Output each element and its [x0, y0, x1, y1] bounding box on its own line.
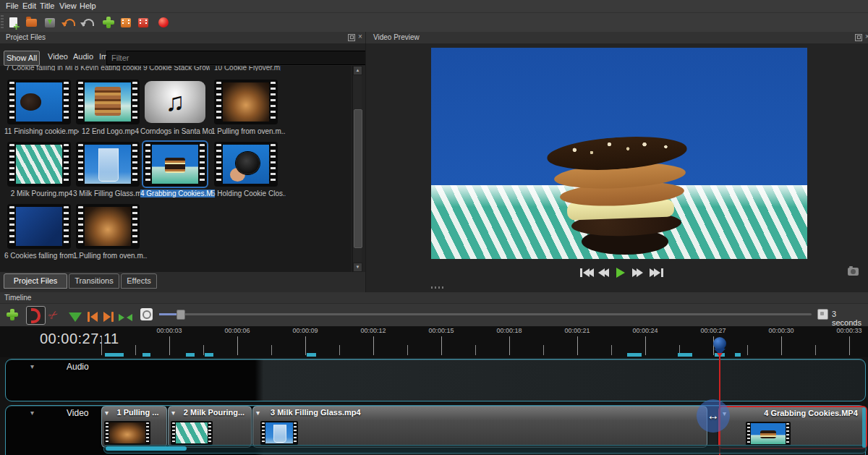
chevron-down-icon[interactable]: ▾: [30, 409, 34, 417]
choose-profile-icon[interactable]: [119, 15, 133, 30]
ruler-label: 00:00:33: [827, 327, 868, 334]
file-name: 1 Pulling from oven.m...: [73, 252, 148, 260]
clip-label: 3 Milk Filling Glass.mp4: [253, 408, 707, 417]
video-thumbnail: [85, 82, 131, 122]
menu-title[interactable]: Title: [40, 1, 54, 10]
next-marker-icon[interactable]: [101, 310, 116, 324]
zoom-slider-handle[interactable]: [176, 310, 185, 320]
timeline-zoom-slider[interactable]: [159, 313, 812, 315]
video-thumbnail: [223, 145, 269, 184]
play-button[interactable]: [616, 267, 625, 278]
toolbar-grip[interactable]: [1, 15, 4, 30]
menu-help[interactable]: Help: [80, 1, 96, 10]
save-project-icon[interactable]: [43, 15, 57, 30]
add-marker-icon[interactable]: [68, 310, 82, 324]
menu-edit[interactable]: Edit: [22, 1, 36, 10]
clip-resize-cursor[interactable]: ↔: [697, 399, 730, 433]
fast-forward-button[interactable]: [632, 267, 643, 278]
tab-show-all[interactable]: Show All: [4, 51, 40, 66]
tab-audio[interactable]: Audio: [73, 52, 93, 61]
new-project-icon[interactable]: [6, 15, 20, 30]
video-thumbnail: [85, 207, 131, 246]
timeline-vscrollbar[interactable]: [862, 407, 866, 448]
filter-input[interactable]: [106, 51, 368, 65]
file-name: 3 Milk Filling Glass.mp4: [73, 190, 148, 197]
hscrollbar-thumb[interactable]: [106, 446, 187, 451]
clip-1[interactable]: ▾ 1 Pulling ...: [101, 406, 167, 448]
zoom-scale-combobox[interactable]: [817, 309, 828, 320]
undo-icon[interactable]: [62, 15, 77, 30]
ruler-label: 00:00:09: [284, 327, 327, 334]
file-item[interactable]: 11 Finishing cookie.mp4: [7, 80, 76, 136]
ruler-label: 00:00:27: [692, 327, 735, 334]
preview-splitter-handle[interactable]: [431, 286, 446, 289]
snapshot-camera-icon[interactable]: [848, 268, 859, 276]
timeline-hscrollbar[interactable]: [103, 445, 867, 454]
open-project-icon[interactable]: [24, 15, 38, 30]
file-name: 6 Cookies falling from ...: [4, 252, 79, 260]
jump-to-start-button[interactable]: [580, 267, 594, 278]
track-label: Video: [67, 408, 88, 418]
razor-icon[interactable]: ✂: [46, 307, 61, 322]
file-item[interactable]: ♫ Corndogs in Santa Mo...: [143, 80, 212, 136]
project-files-panel-title: Project Files: [6, 33, 46, 41]
import-files-icon[interactable]: [101, 15, 116, 30]
timeline-ruler[interactable]: 00:00:27:11 00:00:03 00:00:06 00:00:09 0…: [0, 326, 868, 357]
video-thumbnail: [16, 82, 62, 122]
audio-track[interactable]: ▾ Audio: [5, 359, 866, 401]
float-panel-icon[interactable]: [348, 34, 355, 41]
rewind-button[interactable]: [598, 267, 609, 278]
video-thumbnail: [85, 145, 131, 184]
clip-label: 1 Pulling ...: [102, 408, 166, 417]
scroll-up-icon[interactable]: ▲: [353, 66, 362, 75]
tab-effects[interactable]: Effects: [121, 273, 157, 289]
close-panel-icon[interactable]: ×: [358, 33, 362, 41]
file-item[interactable]: 1 Pulling from oven.m...: [76, 204, 145, 260]
video-thumbnail: [16, 145, 62, 184]
zoom-tool-icon[interactable]: [140, 308, 153, 320]
video-thumbnail: [16, 207, 62, 246]
ruler-label: 00:00:21: [556, 327, 599, 334]
audio-thumbnail: ♫: [145, 81, 205, 123]
jump-to-end-button[interactable]: [650, 267, 663, 278]
scroll-down-icon[interactable]: ▼: [353, 263, 362, 272]
file-item-selected[interactable]: 4 Grabbing Cookies.M...: [143, 142, 212, 198]
clipped-file-label[interactable]: 9 Cookie Stack Growin...: [143, 66, 210, 71]
clipped-file-label[interactable]: 8 Kevin eating cookie...: [75, 66, 141, 71]
files-scrollbar[interactable]: ▲ ▼: [352, 66, 362, 272]
close-panel-icon[interactable]: ×: [865, 33, 868, 41]
file-item[interactable]: 1 Pulling from oven.m...: [214, 80, 283, 136]
playhead-red-tip: [717, 353, 723, 357]
tab-project-files[interactable]: Project Files: [4, 273, 67, 289]
snapping-toggle-icon[interactable]: [26, 306, 46, 325]
add-track-icon[interactable]: [6, 308, 20, 323]
record-icon[interactable]: [156, 15, 171, 30]
file-item[interactable]: 3 Milk Filling Glass.mp4: [76, 142, 145, 198]
file-item[interactable]: 12 End Logo.mp4: [76, 80, 145, 136]
center-playhead-icon[interactable]: [116, 310, 135, 325]
chevron-down-icon[interactable]: ▾: [30, 362, 34, 370]
clip-2[interactable]: ▾ 2 Milk Pouring...: [168, 406, 252, 448]
menu-file[interactable]: File: [6, 1, 19, 10]
track-label: Audio: [67, 362, 89, 372]
clipped-file-label[interactable]: 10 Cookie Flyover.mp4: [214, 66, 281, 71]
menu-view[interactable]: View: [59, 1, 77, 10]
file-item[interactable]: 5 Holding Cookie Clos...: [214, 142, 283, 198]
ruler-marker: [627, 353, 642, 357]
previous-marker-icon[interactable]: [85, 310, 100, 324]
scrollbar-thumb[interactable]: [354, 109, 362, 248]
resize-arrows-icon: ↔: [707, 409, 720, 423]
redo-icon[interactable]: [81, 15, 95, 30]
ruler-marker: [105, 353, 124, 357]
tab-video[interactable]: Video: [48, 52, 68, 61]
ruler-label: 00:00:18: [488, 327, 531, 334]
clip-4-selected[interactable]: ▾ 4 Grabbing Cookies.MP4: [718, 406, 867, 449]
export-video-icon[interactable]: [136, 15, 150, 30]
tab-transitions[interactable]: Transitions: [69, 273, 119, 289]
clip-3[interactable]: ▾ 3 Milk Filling Glass.mp4: [252, 406, 707, 448]
file-item[interactable]: 6 Cookies falling from ...: [7, 204, 76, 260]
file-item[interactable]: 2 Milk Pouring.mp4: [7, 142, 76, 198]
clipped-file-label[interactable]: 7 Cookie falling in Milk...: [6, 66, 72, 71]
video-frame[interactable]: [431, 48, 807, 259]
float-panel-icon[interactable]: [855, 34, 862, 41]
